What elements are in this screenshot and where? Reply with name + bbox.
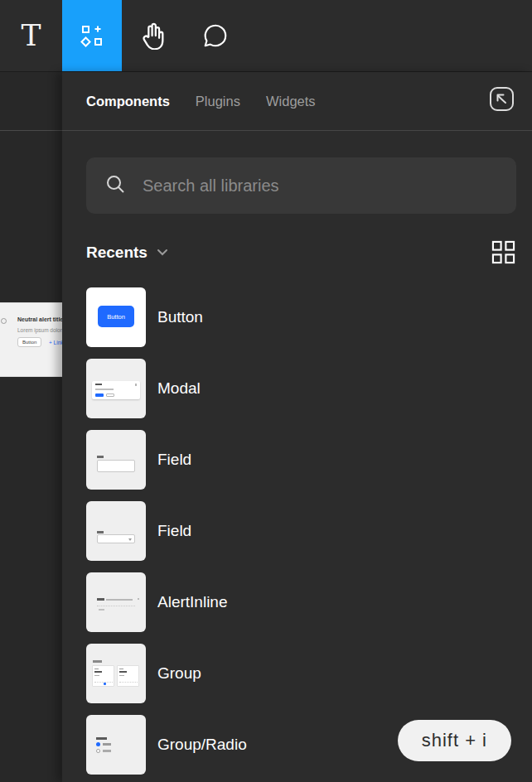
thumbnail-group xyxy=(86,644,146,703)
text-tool-icon: T xyxy=(21,21,41,51)
thumbnail-modal xyxy=(86,359,146,418)
thumbnail-button: Button xyxy=(86,287,146,347)
list-item-field-text[interactable]: Field xyxy=(86,430,532,490)
item-label: AlertInline xyxy=(157,593,228,611)
thumbnail-field-text xyxy=(86,430,146,490)
tab-components[interactable]: Components xyxy=(86,94,170,109)
assets-tool-button[interactable] xyxy=(62,0,122,71)
alert-title: Neutral alert title xyxy=(17,316,63,322)
alert-info-icon xyxy=(1,318,7,324)
search-icon xyxy=(104,173,127,199)
panel-header: Components Plugins Widgets xyxy=(62,72,532,131)
item-label: Modal xyxy=(157,379,201,398)
dock-panel-button[interactable] xyxy=(487,86,517,116)
canvas-alert-preview[interactable]: Neutral alert title Lorem ipsum dolor am… xyxy=(0,302,62,377)
list-item-button[interactable]: Button Button xyxy=(86,287,532,347)
alert-button[interactable]: Button xyxy=(17,337,41,347)
shortcut-badge: shift + i xyxy=(398,720,511,761)
text-tool-button[interactable]: T xyxy=(0,0,62,71)
list-item-alertinline[interactable]: AlertInline xyxy=(86,572,532,632)
thumbnail-alertinline xyxy=(86,572,146,632)
canvas-frame-edge xyxy=(0,130,62,131)
tab-plugins[interactable]: Plugins xyxy=(196,94,240,109)
recents-section-header: Recents xyxy=(86,240,515,264)
mini-button: Button xyxy=(98,306,134,327)
panel-tabs: Components Plugins Widgets xyxy=(86,94,487,109)
item-label: Group xyxy=(157,664,201,683)
item-label: Button xyxy=(157,308,203,326)
item-label: Field xyxy=(157,522,191,540)
dock-arrow-icon xyxy=(487,84,517,118)
tab-widgets[interactable]: Widgets xyxy=(266,94,316,109)
section-title: Recents xyxy=(86,244,148,262)
list-item-group[interactable]: Group xyxy=(86,644,532,703)
canvas-strip[interactable]: Neutral alert title Lorem ipsum dolor am… xyxy=(0,72,62,782)
item-label: Group/Radio xyxy=(157,736,247,754)
list-item-field-select[interactable]: Field xyxy=(86,501,532,561)
item-label: Field xyxy=(157,451,191,469)
search-bar[interactable] xyxy=(86,157,516,214)
components-panel: Components Plugins Widgets xyxy=(62,72,532,782)
comment-tool-button[interactable] xyxy=(184,0,246,71)
list-item-modal[interactable]: Modal xyxy=(86,359,532,418)
hand-tool-button[interactable] xyxy=(122,0,184,71)
comment-bubble-icon xyxy=(202,22,229,49)
hand-icon xyxy=(139,22,167,50)
thumbnail-field-select xyxy=(86,501,146,561)
toolbar: T xyxy=(0,0,532,72)
mini-modal xyxy=(92,381,140,399)
grid-view-icon[interactable] xyxy=(491,240,515,264)
main-area: Neutral alert title Lorem ipsum dolor am… xyxy=(0,72,532,782)
search-input[interactable] xyxy=(143,176,498,196)
thumbnail-group-radio xyxy=(86,715,146,775)
recents-list: Button Button Modal Field xyxy=(86,287,532,775)
chevron-down-icon[interactable] xyxy=(157,249,168,256)
component-assets-icon xyxy=(80,24,104,47)
